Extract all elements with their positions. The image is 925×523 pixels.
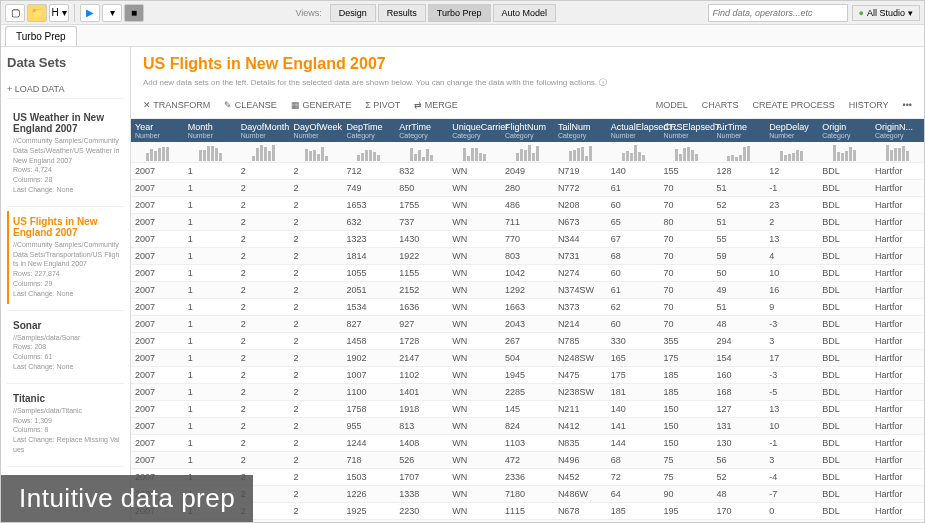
table-row[interactable]: 200712220512152WN1292N374SW61704916BDLHa… (131, 281, 924, 298)
table-row[interactable]: 200712216531755WN486N20860705223BDLHartf… (131, 196, 924, 213)
datasets-heading: Data Sets (7, 55, 124, 70)
load-data-button[interactable]: + LOAD DATA (7, 80, 124, 99)
action-charts[interactable]: CHARTS (702, 100, 739, 110)
tab-turbo-prep[interactable]: Turbo Prep (5, 26, 77, 46)
search-input[interactable] (708, 4, 848, 22)
new-icon[interactable]: ▢ (5, 4, 25, 22)
col-header[interactable]: OriginCategory (818, 119, 871, 142)
action-pivot[interactable]: Σ PIVOT (365, 100, 400, 110)
caption-overlay: Intuitive data prep (1, 475, 253, 522)
col-header[interactable]: OriginN...Category (871, 119, 924, 142)
action-[interactable]: ••• (903, 100, 912, 110)
table-row[interactable]: 2007122827927WN2043N214607048-3BDLHartfo… (131, 315, 924, 332)
action-merge[interactable]: ⇄ MERGE (414, 100, 458, 110)
dataset-item[interactable]: Sonar//Samples/data/SonarRows: 208Column… (7, 315, 124, 377)
col-header[interactable]: MonthNumber (184, 119, 237, 142)
save-icon[interactable]: H ▾ (49, 4, 69, 22)
dataset-item[interactable]: US Flights in New England 2007//Communit… (7, 211, 124, 304)
col-header[interactable]: UniqueCarrierCategory (448, 119, 501, 142)
view-auto-model[interactable]: Auto Model (493, 4, 557, 22)
table-row[interactable]: 200712210551155WN1042N27460705010BDLHart… (131, 264, 924, 281)
col-header[interactable]: DayofMonthNumber (237, 119, 290, 142)
col-header[interactable]: ActualElapsedT...Number (607, 119, 660, 142)
dataset-item[interactable]: Titanic//Samples/data/TitanicRows: 1,309… (7, 388, 124, 460)
table-row[interactable]: 200712212441408WN1103N835144150130-1BDLH… (131, 434, 924, 451)
action-transform[interactable]: ✕ TRANSFORM (143, 100, 210, 110)
table-row[interactable]: 2007122718526WN472N4966875563BDLHartfor (131, 451, 924, 468)
table-row[interactable]: 200712215341636WN1663N3736270519BDLHartf… (131, 298, 924, 315)
view-design[interactable]: Design (330, 4, 376, 22)
action-model[interactable]: MODEL (656, 100, 688, 110)
col-header[interactable]: YearNumber (131, 119, 184, 142)
table-row[interactable]: 2007122749850WN280N772617051-1BDLHartfor (131, 179, 924, 196)
table-row[interactable]: 200712217581918WN145N21114015012713BDLHa… (131, 400, 924, 417)
page-subtitle: Add new data sets on the left. Details f… (143, 77, 912, 88)
col-header[interactable]: DepTimeCategory (342, 119, 395, 142)
table-row[interactable]: 200712210071102WN1945N475175185160-3BDLH… (131, 366, 924, 383)
studio-dropdown[interactable]: ●All Studio ▾ (852, 5, 920, 21)
col-header[interactable]: DayOfWeekNumber (290, 119, 343, 142)
action-createprocess[interactable]: CREATE PROCESS (753, 100, 835, 110)
play-dropdown-icon[interactable]: ▾ (102, 4, 122, 22)
col-header[interactable]: ArrTimeCategory (395, 119, 448, 142)
view-results[interactable]: Results (378, 4, 426, 22)
col-header[interactable]: AirTimeNumber (712, 119, 765, 142)
stop-icon[interactable]: ■ (124, 4, 144, 22)
action-cleanse[interactable]: ✎ CLEANSE (224, 100, 277, 110)
col-header[interactable]: CRSElapsedT...Number (660, 119, 713, 142)
view-turbo-prep[interactable]: Turbo Prep (428, 4, 491, 22)
col-header[interactable]: FlightNumCategory (501, 119, 554, 142)
table-row[interactable]: 200712211001401WN2285N238SW181185168-5BD… (131, 383, 924, 400)
table-row[interactable]: 2007122632737WN711N6736580512BDLHartfor (131, 213, 924, 230)
views-label: Views: (295, 8, 321, 18)
open-icon[interactable]: 📁 (27, 4, 47, 22)
page-title: US Flights in New England 2007 (143, 55, 912, 73)
table-row[interactable]: 200712219022147WN504N248SW16517515417BDL… (131, 349, 924, 366)
table-row[interactable]: 200712214581728WN267N7853303552943BDLHar… (131, 332, 924, 349)
action-history[interactable]: HISTORY (849, 100, 889, 110)
col-header[interactable]: TailNumCategory (554, 119, 607, 142)
action-generate[interactable]: ▦ GENERATE (291, 100, 351, 110)
col-header[interactable]: DepDelayNumber (765, 119, 818, 142)
table-row[interactable]: 200712218141922WN803N7316870594BDLHartfo… (131, 247, 924, 264)
table-row[interactable]: 2007122712832WN2049N71914015512812BDLHar… (131, 162, 924, 179)
play-icon[interactable]: ▶ (80, 4, 100, 22)
dataset-item[interactable]: US Weather in New England 2007//Communit… (7, 107, 124, 200)
table-row[interactable]: 200712213231430WN770N34467705513BDLHartf… (131, 230, 924, 247)
table-row[interactable]: 2007122955813WN824N41214115013110BDLHart… (131, 417, 924, 434)
